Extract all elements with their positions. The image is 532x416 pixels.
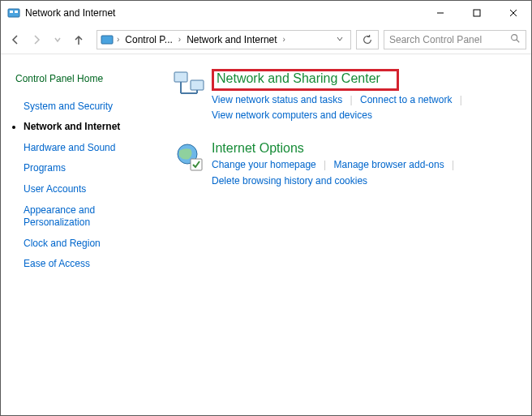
body: Control Panel Home System and Security N… <box>1 54 531 415</box>
separator: | <box>345 94 358 105</box>
sidebar-item-appearance[interactable]: Appearance and Personalization <box>15 200 155 234</box>
link-delete-history[interactable]: Delete browsing history and cookies <box>212 175 367 187</box>
svg-rect-2 <box>15 11 18 13</box>
separator: | <box>319 159 331 170</box>
network-sharing-icon <box>173 69 205 101</box>
link-view-devices[interactable]: View network computers and devices <box>212 109 372 121</box>
titlebar: Network and Internet <box>1 1 531 25</box>
address-dropdown-icon[interactable] <box>332 34 347 45</box>
svg-rect-1 <box>10 11 13 13</box>
internet-options-icon <box>173 141 205 174</box>
link-internet-options[interactable]: Internet Options <box>212 141 304 156</box>
sidebar-item-hardware-sound[interactable]: Hardware and Sound <box>15 138 155 159</box>
minimize-button[interactable] <box>422 1 458 25</box>
toolbar: › Control P... › Network and Internet › … <box>1 25 531 54</box>
sidebar-item-user-accounts[interactable]: User Accounts <box>15 179 155 200</box>
link-view-status[interactable]: View network status and tasks <box>212 94 342 105</box>
sidebar-item-clock-region[interactable]: Clock and Region <box>15 234 155 255</box>
recent-dropdown-icon[interactable] <box>48 30 67 49</box>
link-manage-addons[interactable]: Manage browser add-ons <box>334 159 444 170</box>
svg-rect-12 <box>191 80 204 90</box>
address-icon <box>101 33 114 46</box>
window-controls <box>422 1 531 25</box>
svg-rect-11 <box>174 72 187 82</box>
breadcrumb-control-panel[interactable]: Control P... <box>122 34 174 45</box>
svg-line-10 <box>517 40 520 43</box>
separator: | <box>447 159 459 170</box>
up-button[interactable] <box>69 30 88 49</box>
sidebar-item-ease-of-access[interactable]: Ease of Access <box>15 254 155 275</box>
content: Network and Sharing Center View network … <box>163 54 531 415</box>
search-icon <box>509 32 521 46</box>
sidebar-home[interactable]: Control Panel Home <box>15 69 155 90</box>
chevron-right-icon[interactable]: › <box>281 35 287 44</box>
address-bar[interactable]: › Control P... › Network and Internet › <box>97 30 351 49</box>
search-input[interactable]: Search Control Panel <box>384 30 526 49</box>
back-button[interactable] <box>6 30 25 49</box>
breadcrumb-network[interactable]: Network and Internet <box>184 34 279 45</box>
category-internet-options: Internet Options Change your homepage | … <box>173 141 521 188</box>
sidebar-item-network-internet[interactable]: Network and Internet <box>15 117 155 138</box>
link-change-homepage[interactable]: Change your homepage <box>212 159 316 170</box>
svg-rect-8 <box>101 36 113 44</box>
chevron-right-icon[interactable]: › <box>177 35 182 44</box>
maximize-button[interactable] <box>458 1 495 25</box>
sub-links: Change your homepage | Manage browser ad… <box>212 157 521 188</box>
svg-point-9 <box>512 35 517 41</box>
window-title: Network and Internet <box>25 7 422 19</box>
svg-rect-4 <box>474 10 480 16</box>
close-button[interactable] <box>495 1 531 25</box>
link-connect-network[interactable]: Connect to a network <box>360 94 452 105</box>
category-body: Internet Options Change your homepage | … <box>212 141 521 188</box>
sidebar-item-system-security[interactable]: System and Security <box>15 96 155 118</box>
category-network-sharing: Network and Sharing Center View network … <box>173 69 521 123</box>
window: Network and Internet › Control P... › Ne… <box>0 0 532 416</box>
category-body: Network and Sharing Center View network … <box>212 69 521 123</box>
forward-button[interactable] <box>27 30 46 49</box>
search-placeholder: Search Control Panel <box>389 34 509 45</box>
chevron-right-icon[interactable]: › <box>115 35 121 44</box>
sidebar-item-programs[interactable]: Programs <box>15 158 155 179</box>
refresh-button[interactable] <box>356 30 379 49</box>
sidebar: Control Panel Home System and Security N… <box>1 54 163 415</box>
link-network-sharing-center[interactable]: Network and Sharing Center <box>217 71 380 86</box>
highlight-annotation: Network and Sharing Center <box>212 69 399 91</box>
separator: | <box>455 94 467 105</box>
control-panel-icon <box>7 6 20 19</box>
sub-links: View network status and tasks | Connect … <box>212 92 521 123</box>
